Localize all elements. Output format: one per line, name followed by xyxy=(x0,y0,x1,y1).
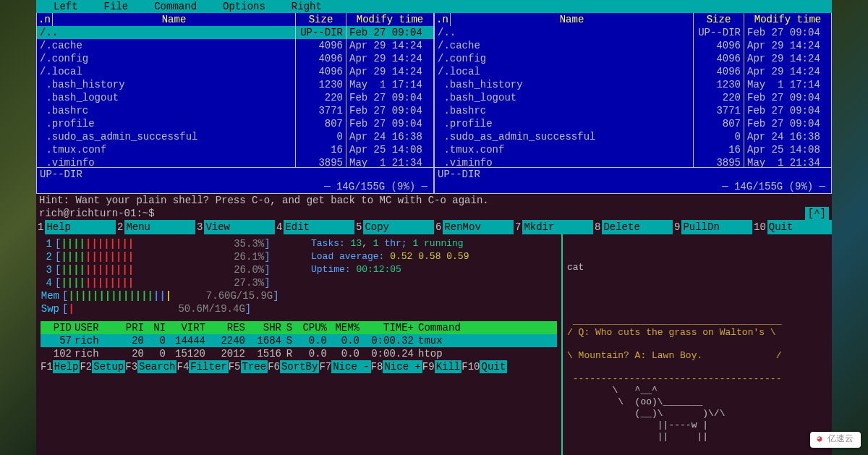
left-file-list[interactable]: /..UP--DIRFeb 27 09:04/.cache4096Apr 29 … xyxy=(37,26,433,167)
col-mod[interactable]: Modify time xyxy=(744,13,831,26)
mc-right-panel[interactable]: .n Name Size Modify time /..UP--DIRFeb 2… xyxy=(434,13,832,194)
file-mtime: Feb 27 09:04 xyxy=(346,26,433,39)
file-row[interactable]: .viminfo3895May 1 21:34 xyxy=(435,156,831,167)
file-row[interactable]: .bashrc3771Feb 27 09:04 xyxy=(435,104,831,117)
file-mtime: Apr 25 14:08 xyxy=(744,143,831,156)
file-row[interactable]: /.config4096Apr 29 14:24 xyxy=(37,52,433,65)
mem-label: Mem xyxy=(41,289,62,302)
fkey-copy[interactable]: 5Copy xyxy=(354,220,434,234)
file-row[interactable]: .bashrc3771Feb 27 09:04 xyxy=(37,104,433,117)
menu-right[interactable]: Right xyxy=(278,0,335,13)
mc-prompt-text: rich@richturn-01:~$ xyxy=(39,207,155,220)
file-mtime: May 1 17:14 xyxy=(744,78,831,91)
file-row[interactable]: /.cache4096Apr 29 14:24 xyxy=(37,39,433,52)
file-name: .bash_logout xyxy=(435,91,694,104)
joke-answer: \ Mountain? A: Lawn Boy. / xyxy=(567,350,827,362)
col-n[interactable]: .n xyxy=(37,13,53,26)
fkey-help[interactable]: 1Help xyxy=(36,220,116,234)
file-name: /.cache xyxy=(435,39,694,52)
fkey-renmov[interactable]: 6RenMov xyxy=(434,220,514,234)
fkey-quit[interactable]: 10Quit xyxy=(752,220,832,234)
mc-prompt[interactable]: rich@richturn-01:~$ [^] xyxy=(36,207,832,220)
cpu-meter-1: 1[||||||||||||35.3%] xyxy=(41,237,557,250)
left-status: UP--DIR xyxy=(37,167,433,180)
htop-fkey-setup[interactable]: F2Setup xyxy=(80,360,125,373)
up-indicator-icon[interactable]: [^] xyxy=(805,207,829,220)
col-name[interactable]: Name xyxy=(451,13,694,26)
mc-hint: Hint: Want your plain shell? Press C-o, … xyxy=(36,194,832,207)
file-row[interactable]: .sudo_as_admin_successful0Apr 24 16:38 xyxy=(435,130,831,143)
htop-header[interactable]: PID USER PRI NI VIRT RES SHR S CPU% MEM%… xyxy=(41,321,557,334)
htop-process-list[interactable]: 57rich2001444422401684S0.00.00:00.32tmux… xyxy=(41,334,557,360)
file-row[interactable]: /..UP--DIRFeb 27 09:04 xyxy=(37,26,433,39)
file-size: 0 xyxy=(694,130,744,143)
file-row[interactable]: /.local4096Apr 29 14:24 xyxy=(435,65,831,78)
right-file-list[interactable]: /..UP--DIRFeb 27 09:04/.cache4096Apr 29 … xyxy=(435,26,831,167)
file-size: UP--DIR xyxy=(694,26,744,39)
col-n[interactable]: .n xyxy=(435,13,451,26)
col-size[interactable]: Size xyxy=(296,13,346,26)
file-row[interactable]: /.local4096Apr 29 14:24 xyxy=(37,65,433,78)
htop-fkey-kill[interactable]: F9Kill xyxy=(422,360,461,373)
process-row[interactable]: 102rich2001512020121516R0.00.00:00.24hto… xyxy=(41,347,557,360)
fkey-pulldn[interactable]: 9PullDn xyxy=(673,220,752,234)
menu-options[interactable]: Options xyxy=(210,0,278,13)
file-mtime: Apr 29 14:24 xyxy=(744,52,831,65)
htop-fkey-nice[interactable]: F7Nice - xyxy=(319,360,370,373)
htop-fkey-quit[interactable]: F10Quit xyxy=(461,360,507,373)
file-row[interactable]: .profile807Feb 27 09:04 xyxy=(435,117,831,130)
mc-fkeys: 1Help2Menu3View4Edit5Copy6RenMov7Mkdir8D… xyxy=(36,220,832,234)
col-name[interactable]: Name xyxy=(53,13,296,26)
left-disk: ─ 14G/155G (9%) ─ xyxy=(37,180,433,193)
file-size: 3895 xyxy=(694,156,744,167)
menu-command[interactable]: Command xyxy=(141,0,210,13)
mc-left-panel[interactable]: .n Name Size Modify time /..UP--DIRFeb 2… xyxy=(36,13,434,194)
mc-panels: .n Name Size Modify time /..UP--DIRFeb 2… xyxy=(36,13,832,194)
menu-file[interactable]: File xyxy=(91,0,142,13)
mc-menubar[interactable]: Left File Command Options Right xyxy=(36,0,832,13)
shell-pane[interactable]: cat ____________________________________… xyxy=(563,234,832,455)
file-size: 807 xyxy=(296,117,346,130)
fkey-edit[interactable]: 4Edit xyxy=(275,220,354,234)
fkey-mkdir[interactable]: 7Mkdir xyxy=(514,220,593,234)
file-name: /.config xyxy=(37,52,296,65)
file-row[interactable]: .bash_history1230May 1 17:14 xyxy=(435,78,831,91)
htop-fkey-help[interactable]: F1Help xyxy=(41,360,80,373)
file-row[interactable]: .bash_history1230May 1 17:14 xyxy=(37,78,433,91)
file-row[interactable]: /..UP--DIRFeb 27 09:04 xyxy=(435,26,831,39)
file-name: .bashrc xyxy=(37,104,296,117)
uptime-value: 00:12:05 xyxy=(356,264,401,275)
file-row[interactable]: .bash_logout220Feb 27 09:04 xyxy=(37,91,433,104)
htop-fkey-tree[interactable]: F5Tree xyxy=(229,360,268,373)
file-row[interactable]: .tmux.conf16Apr 25 14:08 xyxy=(37,143,433,156)
file-row[interactable]: .sudo_as_admin_successful0Apr 24 16:38 xyxy=(37,130,433,143)
left-columns: .n Name Size Modify time xyxy=(37,13,433,26)
file-mtime: Apr 24 16:38 xyxy=(744,130,831,143)
process-row[interactable]: 57rich2001444422401684S0.00.00:00.32tmux xyxy=(41,334,557,347)
file-row[interactable]: .profile807Feb 27 09:04 xyxy=(37,117,433,130)
file-row[interactable]: /.config4096Apr 29 14:24 xyxy=(435,52,831,65)
col-size[interactable]: Size xyxy=(694,13,744,26)
file-size: 1230 xyxy=(296,78,346,91)
file-row[interactable]: /.cache4096Apr 29 14:24 xyxy=(435,39,831,52)
htop-fkey-search[interactable]: F3Search xyxy=(125,360,176,373)
file-name: .bashrc xyxy=(435,104,694,117)
file-row[interactable]: .bash_logout220Feb 27 09:04 xyxy=(435,91,831,104)
right-columns: .n Name Size Modify time xyxy=(435,13,831,26)
file-row[interactable]: .viminfo3895May 1 21:34 xyxy=(37,156,433,167)
htop-stats: Tasks: 13, 1 thr; 1 running Load average… xyxy=(311,237,469,276)
fkey-menu[interactable]: 2Menu xyxy=(116,220,195,234)
htop-fkey-nice[interactable]: F8Nice + xyxy=(371,360,422,373)
htop-fkey-filter[interactable]: F4Filter xyxy=(176,360,228,373)
menu-left[interactable]: Left xyxy=(41,0,91,13)
file-mtime: Feb 27 09:04 xyxy=(346,104,433,117)
fkey-view[interactable]: 3View xyxy=(195,220,275,234)
htop-fkey-sortby[interactable]: F6SortBy xyxy=(268,360,319,373)
file-row[interactable]: .tmux.conf16Apr 25 14:08 xyxy=(435,143,831,156)
file-mtime: Feb 27 09:04 xyxy=(346,117,433,130)
htop-pane[interactable]: 1[||||||||||||35.3%]2[||||||||||||26.1%]… xyxy=(36,234,561,455)
file-size: 16 xyxy=(296,143,346,156)
file-name: /.. xyxy=(37,26,296,39)
fkey-delete[interactable]: 8Delete xyxy=(593,220,673,234)
col-mod[interactable]: Modify time xyxy=(346,13,433,26)
